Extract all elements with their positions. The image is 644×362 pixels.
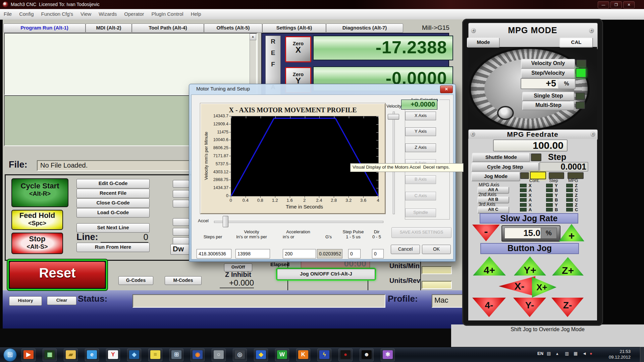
mach3-icon[interactable]: ● <box>338 349 353 361</box>
menu-item-config[interactable]: Config <box>15 9 37 17</box>
hidden-icons-arrow[interactable]: ▴ <box>556 351 558 356</box>
reset-button[interactable]: Reset <box>7 259 107 290</box>
recent-file-button[interactable]: Recent File <box>76 189 150 198</box>
minimize-button[interactable]: — <box>598 1 609 8</box>
calculator-icon[interactable]: ⊞ <box>169 349 183 361</box>
tab-mdi-alt-2-[interactable]: MDI (Alt-2) <box>86 23 132 33</box>
line-number-field[interactable]: 0 <box>101 232 148 243</box>
percent-button[interactable]: % <box>557 79 576 89</box>
dwell-button-partial[interactable]: Dw <box>170 244 191 255</box>
camera-icon[interactable]: ◎ <box>233 349 247 361</box>
velocity-slider[interactable] <box>393 112 395 214</box>
cal-button[interactable]: CAL <box>559 38 593 48</box>
paint-palette-icon[interactable]: ✱ <box>381 349 395 361</box>
mpg-dial-knob-icon[interactable] <box>497 106 514 120</box>
shield-icon[interactable]: ◆ <box>254 349 268 361</box>
load-g-code-button[interactable]: Load G-Code <box>76 208 150 218</box>
start-button[interactable]: ⊞ <box>3 348 17 362</box>
lightning-icon[interactable]: ϟ <box>317 349 331 361</box>
small-toggle-button[interactable] <box>173 218 189 226</box>
tab-offsets-alt-5-[interactable]: Offsets (Alt-5) <box>204 23 262 33</box>
x-axis-dro[interactable]: -17.2388 <box>313 36 453 60</box>
small-toggle-button[interactable] <box>173 200 189 207</box>
g-codes-button[interactable]: G-Codes <box>118 276 153 285</box>
run-from-here-button[interactable]: Run From Here <box>76 243 150 252</box>
tab-diagnostics-alt-7-[interactable]: Diagnostics (Alt-7) <box>326 23 403 33</box>
cycle-jog-step-button[interactable]: Cycle Jog Step <box>471 163 539 172</box>
small-toggle-button[interactable] <box>173 190 189 198</box>
language-indicator[interactable]: EN <box>537 351 543 356</box>
media-player-icon[interactable]: ▶ <box>21 349 36 361</box>
tab-program-run-alt-1-[interactable]: Program Run (Alt-1) <box>3 23 86 33</box>
screen-share-icon[interactable]: ▦ <box>43 349 57 361</box>
field-in-s-or[interactable]: 200 <box>283 249 316 258</box>
x-axis-button[interactable]: X Axis <box>405 112 436 120</box>
menu-item-plugin-control[interactable]: PlugIn Control <box>148 9 187 17</box>
field-0-5[interactable]: 0 <box>372 249 384 258</box>
jog-mode-button[interactable]: Jog Mode <box>471 172 520 181</box>
velocity-only-button[interactable]: Velocity Only <box>521 59 575 69</box>
mode-button[interactable]: Mode <box>467 38 500 48</box>
winamp-icon[interactable]: W <box>275 349 289 361</box>
show-desktop-button[interactable] <box>640 347 644 362</box>
internet-explorer-icon[interactable]: e <box>85 349 99 361</box>
ok-button[interactable]: OK <box>422 245 451 254</box>
single-step-button[interactable]: Single Step <box>522 92 575 101</box>
edit-g-code-button[interactable]: Edit G-Code <box>76 179 150 188</box>
keyboard-layout-icon[interactable]: ▤ <box>547 351 551 356</box>
z-axis-button[interactable]: Z Axis <box>405 143 436 152</box>
jog-onoff-button[interactable]: Jog ON/OFF Ctrl-Alt-J <box>277 269 375 280</box>
action-center-icon[interactable]: ● <box>590 351 592 356</box>
menu-item-view[interactable]: View <box>77 9 95 17</box>
field-in-s-or-mm-s-per[interactable]: 13998 <box>235 249 270 258</box>
accel-slider[interactable] <box>214 221 383 223</box>
tab-tool-path-alt-4-[interactable]: Tool Path (Alt-4) <box>132 23 204 33</box>
small-toggle-button[interactable] <box>173 228 189 236</box>
menu-item-function-cfg-s[interactable]: Function Cfg's <box>38 9 77 17</box>
slow-jog-rate-field[interactable]: 15.0 <box>504 228 542 239</box>
menu-item-help[interactable]: Help <box>187 9 205 17</box>
velocity-slider-handle[interactable] <box>388 114 399 120</box>
menu-item-wizards[interactable]: Wizards <box>95 9 120 17</box>
multi-step-button[interactable]: Multi-Step <box>522 101 575 110</box>
close-button[interactable]: ✕ <box>623 1 635 8</box>
android-app-icon[interactable]: ☻ <box>360 349 374 361</box>
shuttle-mode-button[interactable]: Shuttle Mode <box>472 153 530 162</box>
scroll-up-icon[interactable]: ▲ <box>250 34 256 40</box>
zero-x-button[interactable]: Zero X <box>285 36 311 62</box>
menu-item-file[interactable]: File <box>0 9 15 17</box>
pen-input-icon[interactable]: ▥ <box>565 351 569 356</box>
folder-icon[interactable]: ▰ <box>64 349 78 361</box>
yandex-browser-icon[interactable]: Y <box>106 349 120 361</box>
close-g-code-button[interactable]: Close G-Code <box>76 198 150 208</box>
history-button[interactable]: History <box>9 296 42 306</box>
restore-button[interactable]: ❐ <box>610 1 622 8</box>
magnifier-icon[interactable]: ○ <box>212 349 226 361</box>
alt-c-button[interactable]: Alt C <box>477 206 509 214</box>
kt-app-icon[interactable]: K <box>296 349 310 361</box>
y-axis-button[interactable]: Y Axis <box>405 127 436 136</box>
cycle-start-button[interactable]: Cycle Start <Alt-R> <box>11 178 68 207</box>
clock[interactable]: 21:53 09.12.2012 <box>600 349 631 360</box>
z-inhibit-onoff-button[interactable]: On/Off <box>224 263 252 272</box>
blue-app-icon[interactable]: ◆ <box>127 349 141 361</box>
field-steps-per[interactable]: 418.3006536 <box>197 249 231 258</box>
small-toggle-button[interactable] <box>173 180 189 188</box>
stop-button[interactable]: Stop <Alt-S> <box>11 233 63 254</box>
sticky-notes-icon[interactable]: ≡ <box>148 349 162 361</box>
cancel-button[interactable]: Cancel <box>391 245 420 254</box>
volume-icon[interactable]: ◄ <box>582 351 587 356</box>
clear-button[interactable]: Clear <box>47 296 76 305</box>
set-next-line-button[interactable]: Set Next Line <box>76 223 150 233</box>
tab-settings-alt-6-[interactable]: Settings (Alt-6) <box>262 23 326 33</box>
step-percent-field[interactable]: +5 <box>521 78 559 89</box>
feed-hold-button[interactable]: Feed Hold <Spc> <box>11 210 63 230</box>
dialog-close-icon[interactable]: ✕ <box>440 85 453 93</box>
z-inhibit-value[interactable]: +0.000 <box>220 278 254 288</box>
title-bar[interactable]: Mach3 CNC Licensed To: Ivan Todosijevic … <box>0 0 644 9</box>
accel-slider-handle[interactable] <box>223 216 228 227</box>
field-1-5-us[interactable]: 0 <box>348 249 361 258</box>
step-velocity-button[interactable]: Step/Velocity <box>521 69 575 78</box>
firefox-icon[interactable]: ◉ <box>191 349 205 361</box>
network-icon[interactable]: ▦ <box>574 351 578 356</box>
